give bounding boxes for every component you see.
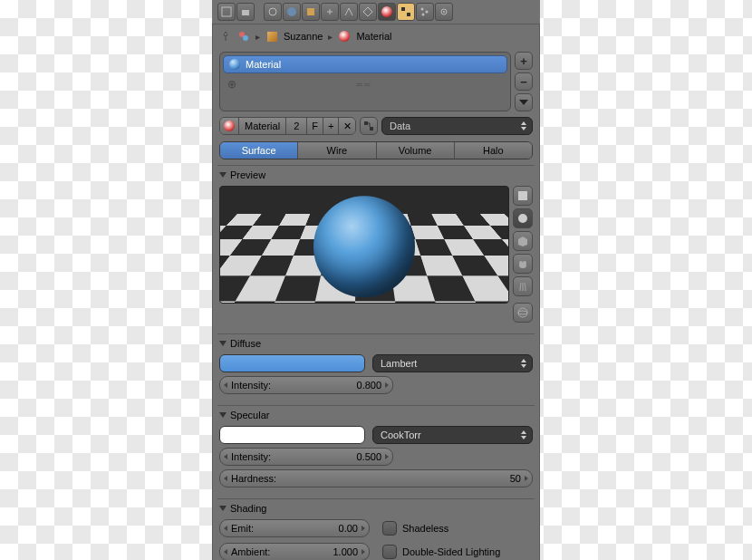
material-slot-item[interactable]: Material bbox=[223, 55, 507, 73]
material-datablock-row: Material 2 F + ✕ Data bbox=[212, 113, 540, 139]
unlink-material-button[interactable]: ✕ bbox=[339, 118, 356, 134]
tab-volume[interactable]: Volume bbox=[377, 142, 455, 159]
field-value: 0.00 bbox=[339, 523, 358, 534]
context-toolbar bbox=[212, 0, 540, 24]
material-type-tabs: Surface Wire Volume Halo bbox=[219, 141, 533, 159]
tab-surface[interactable]: Surface bbox=[220, 142, 298, 159]
shadeless-label: Shadeless bbox=[402, 523, 448, 534]
tab-wire[interactable]: Wire bbox=[298, 142, 376, 159]
remove-slot-button[interactable]: − bbox=[515, 72, 533, 91]
svg-point-24 bbox=[518, 308, 527, 317]
svg-rect-17 bbox=[370, 127, 373, 130]
svg-rect-7 bbox=[407, 13, 410, 16]
material-preview bbox=[219, 186, 509, 304]
tab-halo[interactable]: Halo bbox=[455, 142, 532, 159]
material-name-input[interactable]: Material bbox=[239, 118, 286, 134]
section-header-diffuse[interactable]: Diffuse bbox=[217, 334, 535, 352]
ambient-field[interactable]: Ambient: 1.000 bbox=[219, 543, 370, 560]
properties-panel: ▸ Suzanne ▸ Material Material ⊕ ══ + − bbox=[212, 0, 540, 560]
disclosure-triangle-icon bbox=[219, 341, 227, 346]
grip-handle-icon[interactable]: ══ bbox=[357, 80, 372, 89]
svg-point-14 bbox=[243, 35, 248, 41]
svg-point-3 bbox=[287, 7, 296, 16]
preview-hair-button[interactable] bbox=[513, 276, 533, 296]
svg-rect-4 bbox=[307, 8, 314, 15]
field-value: 0.500 bbox=[357, 451, 382, 462]
svg-point-9 bbox=[426, 11, 429, 14]
specular-hardness-field[interactable]: Hardness: 50 bbox=[219, 469, 533, 488]
material-datablock-field: Material 2 F + ✕ bbox=[219, 117, 356, 135]
material-context-icon[interactable] bbox=[378, 3, 396, 21]
disclosure-triangle-icon bbox=[219, 172, 227, 178]
section-specular: Specular CookTorr Intensity: 0.500 Hardn… bbox=[217, 405, 535, 493]
field-label: Intensity: bbox=[231, 380, 271, 391]
preview-flat-button[interactable] bbox=[513, 186, 533, 206]
specular-intensity-field[interactable]: Intensity: 0.500 bbox=[219, 448, 393, 466]
chevron-right-icon: ▸ bbox=[328, 32, 333, 42]
svg-marker-5 bbox=[363, 7, 372, 16]
field-value: 50 bbox=[510, 473, 521, 484]
render-context-icon[interactable] bbox=[217, 3, 236, 21]
emit-field[interactable]: Emit: 0.00 bbox=[219, 519, 370, 537]
modifiers-context-icon[interactable] bbox=[340, 3, 358, 21]
object-context-icon[interactable] bbox=[302, 3, 320, 21]
slot-menu-button[interactable] bbox=[515, 93, 533, 111]
section-preview: Preview bbox=[217, 165, 535, 328]
use-nodes-button[interactable] bbox=[360, 117, 378, 135]
physics-context-icon[interactable] bbox=[435, 3, 453, 21]
preview-sphere bbox=[313, 196, 415, 297]
expand-icon[interactable]: ⊕ bbox=[227, 78, 236, 91]
field-label: Hardness: bbox=[231, 473, 276, 484]
preview-monkey-button[interactable] bbox=[513, 254, 533, 274]
svg-point-8 bbox=[421, 8, 424, 11]
pin-icon[interactable] bbox=[219, 30, 232, 43]
specular-shader-select[interactable]: CookTorr bbox=[372, 426, 533, 444]
specular-shader-label: CookTorr bbox=[381, 430, 421, 440]
svg-rect-6 bbox=[401, 7, 405, 11]
section-header-preview[interactable]: Preview bbox=[217, 166, 535, 184]
double-sided-checkbox[interactable] bbox=[382, 545, 397, 559]
breadcrumb-object[interactable]: Suzanne bbox=[284, 31, 323, 42]
preview-sphere-button[interactable] bbox=[513, 208, 533, 228]
link-select-label: Data bbox=[390, 121, 410, 131]
layers-context-icon[interactable] bbox=[236, 3, 255, 21]
material-slot-name: Material bbox=[246, 59, 281, 70]
section-header-shading[interactable]: Shading bbox=[217, 499, 535, 517]
svg-point-12 bbox=[443, 11, 445, 13]
svg-rect-18 bbox=[518, 191, 527, 200]
shadeless-checkbox[interactable] bbox=[382, 521, 397, 536]
browse-material-button[interactable] bbox=[220, 118, 239, 134]
svg-rect-0 bbox=[222, 7, 231, 16]
add-slot-button[interactable]: + bbox=[515, 52, 533, 70]
section-header-specular[interactable]: Specular bbox=[217, 406, 535, 424]
section-title: Preview bbox=[230, 169, 265, 180]
world-context-icon[interactable] bbox=[283, 3, 301, 21]
disclosure-triangle-icon bbox=[219, 412, 227, 418]
new-material-button[interactable]: + bbox=[323, 118, 339, 134]
diffuse-shader-select[interactable]: Lambert bbox=[372, 354, 533, 372]
material-user-count[interactable]: 2 bbox=[286, 118, 307, 134]
texture-context-icon[interactable] bbox=[397, 3, 415, 21]
field-label: Intensity: bbox=[231, 451, 271, 462]
material-slot-list[interactable]: Material ⊕ ══ bbox=[219, 52, 511, 111]
particles-context-icon[interactable] bbox=[416, 3, 434, 21]
scene-context-icon[interactable] bbox=[264, 3, 282, 21]
section-diffuse: Diffuse Lambert Intensity: 0.800 bbox=[217, 333, 535, 400]
svg-rect-1 bbox=[242, 10, 249, 15]
preview-cube-button[interactable] bbox=[513, 231, 533, 251]
field-value: 0.800 bbox=[357, 380, 382, 391]
disclosure-triangle-icon bbox=[219, 506, 227, 511]
diffuse-shader-label: Lambert bbox=[381, 358, 417, 369]
material-icon bbox=[338, 30, 351, 43]
diffuse-intensity-field[interactable]: Intensity: 0.800 bbox=[219, 376, 393, 394]
specular-color-swatch[interactable] bbox=[219, 426, 365, 444]
preview-world-button[interactable] bbox=[513, 303, 533, 323]
constraints-context-icon[interactable] bbox=[321, 3, 339, 21]
data-context-icon[interactable] bbox=[359, 3, 377, 21]
material-link-select[interactable]: Data bbox=[381, 117, 533, 135]
chevron-right-icon: ▸ bbox=[255, 32, 260, 42]
scene-icon bbox=[237, 30, 250, 43]
diffuse-color-swatch[interactable] bbox=[219, 354, 365, 372]
fake-user-toggle[interactable]: F bbox=[307, 118, 323, 134]
breadcrumb-material[interactable]: Material bbox=[356, 31, 391, 42]
